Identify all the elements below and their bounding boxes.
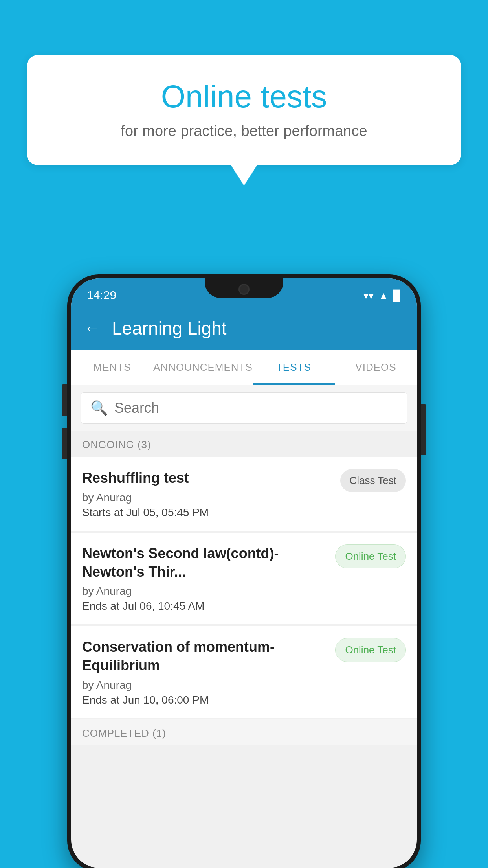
search-bar: 🔍 — [81, 392, 407, 424]
volume-down-button[interactable] — [62, 428, 67, 459]
test-item[interactable]: Conservation of momentum-Equilibrium by … — [71, 626, 417, 719]
tab-ments[interactable]: MENTS — [71, 350, 153, 385]
wifi-icon: ▾▾ — [363, 290, 374, 302]
tab-bar: MENTS ANNOUNCEMENTS TESTS VIDEOS — [71, 350, 417, 385]
test-info: Reshuffling test by Anurag Starts at Jul… — [82, 469, 340, 519]
speech-bubble: Online tests for more practice, better p… — [27, 55, 461, 165]
promo-card: Online tests for more practice, better p… — [27, 55, 461, 165]
phone-screen: 14:29 ▾▾ ▲ ▉ ← Learning Light MENTS ANNO… — [71, 278, 417, 868]
screen-content: ← Learning Light MENTS ANNOUNCEMENTS TES… — [71, 307, 417, 868]
phone-frame: 14:29 ▾▾ ▲ ▉ ← Learning Light MENTS ANNO… — [67, 274, 421, 868]
test-info: Conservation of momentum-Equilibrium by … — [82, 638, 335, 706]
completed-section-header: COMPLETED (1) — [71, 719, 417, 745]
status-icons: ▾▾ ▲ ▉ — [363, 290, 401, 302]
online-test-badge: Online Test — [335, 544, 406, 568]
test-author: by Anurag — [82, 585, 327, 598]
class-test-badge: Class Test — [340, 469, 406, 492]
search-input[interactable] — [114, 400, 398, 416]
test-info: Newton's Second law(contd)-Newton's Thir… — [82, 544, 335, 613]
app-bar: ← Learning Light — [71, 307, 417, 350]
test-name: Reshuffling test — [82, 469, 332, 487]
online-test-badge: Online Test — [335, 638, 406, 662]
bubble-subtitle: for more practice, better performance — [58, 123, 430, 140]
test-date: Ends at Jun 10, 06:00 PM — [82, 694, 327, 706]
search-icon: 🔍 — [90, 400, 108, 416]
tab-announcements[interactable]: ANNOUNCEMENTS — [153, 350, 253, 385]
battery-icon: ▉ — [393, 290, 401, 302]
test-name: Newton's Second law(contd)-Newton's Thir… — [82, 544, 327, 581]
test-author: by Anurag — [82, 679, 327, 691]
test-date: Ends at Jul 06, 10:45 AM — [82, 600, 327, 612]
tab-tests[interactable]: TESTS — [253, 350, 335, 385]
volume-up-button[interactable] — [62, 384, 67, 416]
power-button[interactable] — [421, 404, 426, 455]
ongoing-section-header: ONGOING (3) — [71, 431, 417, 456]
tab-videos[interactable]: VIDEOS — [335, 350, 417, 385]
test-item[interactable]: Newton's Second law(contd)-Newton's Thir… — [71, 533, 417, 625]
test-author: by Anurag — [82, 491, 332, 504]
search-container: 🔍 — [71, 385, 417, 431]
test-date: Starts at Jul 05, 05:45 PM — [82, 506, 332, 519]
test-name: Conservation of momentum-Equilibrium — [82, 638, 327, 675]
notch — [205, 278, 283, 298]
status-time: 14:29 — [87, 289, 116, 302]
test-item[interactable]: Reshuffling test by Anurag Starts at Jul… — [71, 457, 417, 531]
back-button[interactable]: ← — [84, 319, 100, 338]
camera — [238, 284, 250, 295]
bubble-title: Online tests — [58, 79, 430, 115]
app-title: Learning Light — [112, 318, 227, 339]
signal-icon: ▲ — [378, 290, 389, 302]
